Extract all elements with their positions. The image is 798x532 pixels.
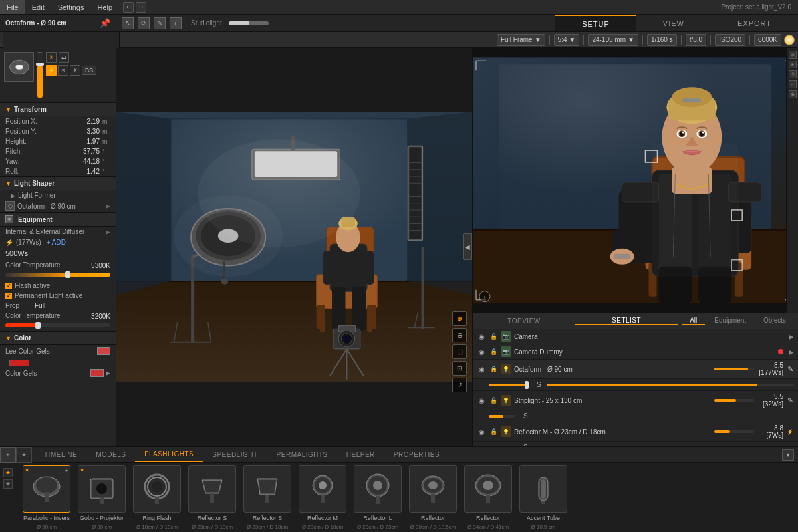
strip-collapse-btn[interactable]: ▼ bbox=[782, 449, 794, 461]
gel-expand-icon[interactable]: ▶ bbox=[106, 370, 110, 376]
camera-dummy-lock[interactable]: 🔒 bbox=[489, 347, 498, 356]
vp-fit[interactable]: ⊡ bbox=[452, 361, 467, 376]
camera-dummy-expand[interactable]: ▶ bbox=[789, 348, 794, 356]
thumb-ringflash[interactable]: Ring Flash Ø 18cm / D 13cm bbox=[130, 465, 184, 530]
vp-compass[interactable]: ⊕ bbox=[452, 311, 467, 326]
prop-color-temp-slider[interactable] bbox=[5, 323, 110, 327]
thumb-parabolic-add[interactable]: + bbox=[65, 467, 68, 474]
thumb-reflector-s2[interactable]: Reflector S Ø 23cm / D 18cm bbox=[241, 465, 294, 530]
add-button[interactable]: + ADD bbox=[47, 239, 66, 246]
strip-icon-5[interactable]: ◉ bbox=[789, 90, 797, 98]
octaform-item[interactable]: ⬡ Octaform - Ø 90 cm ▶ bbox=[0, 200, 116, 212]
mode-icon[interactable]: ✗ bbox=[70, 65, 80, 76]
octaform-edit-icon[interactable]: ✎ bbox=[786, 365, 794, 373]
thumb-gobo[interactable]: ★ Gobo - Projektor Ø 30 cm bbox=[75, 465, 128, 530]
flash-active-check[interactable]: ✓ bbox=[5, 283, 12, 289]
flash-icon[interactable]: ⚡ bbox=[46, 65, 57, 76]
thumb-reflector-s1[interactable]: Reflector S Ø 23cm / D 13cm bbox=[186, 465, 239, 530]
tab-models[interactable]: MODELS bbox=[86, 447, 135, 462]
tool-select[interactable]: ↖ bbox=[122, 17, 134, 29]
reflector-ws-icon[interactable]: ⚡ bbox=[786, 428, 794, 436]
menu-file[interactable]: File bbox=[0, 0, 25, 14]
add-light-button[interactable]: + bbox=[0, 447, 16, 463]
vp-rotate[interactable]: ↺ bbox=[452, 378, 467, 392]
tool-pen[interactable]: ✎ bbox=[154, 17, 166, 29]
intensity-vslider[interactable] bbox=[37, 52, 43, 98]
menu-help[interactable]: Help bbox=[90, 0, 119, 14]
tab-objects[interactable]: Objects bbox=[755, 317, 794, 324]
tab-helper[interactable]: HELPER bbox=[337, 447, 384, 462]
color-section-header[interactable]: ▼ Color bbox=[0, 331, 116, 345]
redo-button[interactable]: ↪ bbox=[136, 2, 146, 13]
striplight1-visibility[interactable]: ◉ bbox=[477, 396, 486, 405]
tab-equipment[interactable]: Equipment bbox=[706, 317, 754, 324]
camera-expand[interactable]: ▶ bbox=[789, 333, 794, 340]
strip-icon-1[interactable]: ⊞ bbox=[789, 51, 797, 59]
strip-star-button[interactable]: ★ bbox=[3, 468, 13, 477]
tab-speedlight[interactable]: SPEEDLIGHT bbox=[203, 447, 267, 462]
octaform-lock[interactable]: 🔒 bbox=[489, 364, 498, 374]
lightshaper-section-header[interactable]: ▼ Light Shaper bbox=[0, 176, 116, 190]
light-former-item[interactable]: ▶ Light Former bbox=[0, 190, 116, 200]
strip-icon-4[interactable]: ↔ bbox=[789, 80, 797, 88]
svg-rect-17 bbox=[409, 147, 421, 239]
octaform-intensity-fill bbox=[714, 368, 748, 370]
tab-setup[interactable]: SETUP bbox=[555, 15, 636, 31]
reflector-visibility[interactable]: ◉ bbox=[477, 427, 486, 436]
cam-viewmode[interactable]: Full Frame ▼ bbox=[497, 34, 545, 46]
transform-section-header[interactable]: ▼ Transform bbox=[0, 102, 116, 116]
striplight1-lock[interactable]: 🔒 bbox=[489, 396, 498, 405]
viewport[interactable]: ⊕ ⊕ ⊟ ⊡ ↺ ◀ bbox=[116, 48, 472, 446]
tab-properties[interactable]: PROPERTIES bbox=[384, 447, 449, 462]
setlist-main-tab[interactable]: SETLIST bbox=[575, 317, 678, 325]
strip-icon-3[interactable]: ⟲ bbox=[789, 70, 797, 78]
menu-settings[interactable]: Settings bbox=[51, 0, 91, 14]
sun2-icon[interactable]: S bbox=[58, 65, 68, 76]
thumb-reflector-m[interactable]: Reflector M Ø 23cm / D 18cm bbox=[296, 465, 349, 530]
permanent-light-check[interactable]: ✓ bbox=[5, 293, 12, 299]
star-button[interactable]: ★ bbox=[16, 447, 32, 463]
tab-timeline[interactable]: TIMELINE bbox=[35, 447, 86, 462]
vp-zoom-out[interactable]: ⊟ bbox=[452, 344, 467, 359]
tab-all[interactable]: All bbox=[682, 317, 705, 325]
thumb-accent-tube[interactable]: Accent Tube Ø 10,5 cm bbox=[517, 465, 570, 530]
tool-transform[interactable]: ⟳ bbox=[138, 17, 150, 29]
cam-iso[interactable]: ISO200 bbox=[715, 34, 745, 46]
cam-shutter[interactable]: 1/160 s bbox=[647, 34, 677, 46]
diffuser-item[interactable]: Internal & External Diffuser ▶ bbox=[0, 227, 116, 237]
strip-icon-2[interactable]: ◈ bbox=[789, 61, 797, 68]
sun-icon[interactable]: ☀ bbox=[46, 52, 57, 63]
tab-view[interactable]: VIEW bbox=[636, 15, 711, 31]
pin-icon[interactable]: 📌 bbox=[100, 18, 110, 28]
cam-aspect[interactable]: 5:4 ▼ bbox=[554, 34, 580, 46]
strip-star2-button[interactable]: ★ bbox=[3, 479, 13, 489]
octaform-s-slider[interactable] bbox=[489, 384, 529, 386]
equipment-section-header[interactable]: ⊞ Equipment bbox=[0, 212, 116, 227]
cam-kelvin[interactable]: 6000K bbox=[754, 34, 781, 46]
tab-export[interactable]: EXPORT bbox=[711, 15, 798, 31]
undo-button[interactable]: ↩ bbox=[123, 2, 134, 13]
cam-focal[interactable]: 24-105 mm ▼ bbox=[588, 34, 638, 46]
tab-permalights[interactable]: PERMALIGHTS bbox=[267, 447, 337, 462]
tab-flashlights[interactable]: FLASHLIGHTS bbox=[135, 447, 203, 462]
thumb-reflector2[interactable]: Reflector Ø 34cm / D 41cm bbox=[462, 465, 515, 530]
camera-visibility[interactable]: ◉ bbox=[477, 332, 486, 341]
studiolight-slider[interactable] bbox=[229, 21, 269, 25]
collapse-viewport-button[interactable]: ◀ bbox=[463, 233, 472, 260]
striplight1-edit[interactable]: ✎ bbox=[786, 396, 794, 404]
color-temp-slider[interactable] bbox=[5, 273, 110, 277]
camera-dummy-visibility[interactable]: ◉ bbox=[477, 347, 486, 356]
cam-aperture[interactable]: f/8.0 bbox=[686, 34, 706, 46]
topview-tab[interactable]: TOPVIEW bbox=[473, 317, 575, 325]
octaform-visibility[interactable]: ◉ bbox=[477, 364, 486, 374]
reflector-lock[interactable]: 🔒 bbox=[489, 427, 498, 436]
camera-lock[interactable]: 🔒 bbox=[489, 332, 498, 341]
thumb-reflector-l[interactable]: Reflector L Ø 23cm / D 23cm bbox=[351, 465, 404, 530]
thumb-parabolic[interactable]: ★ + Parabolic - Invers Ø 90 cm bbox=[20, 465, 73, 530]
thumb-reflector[interactable]: Reflector Ø 30cm / D 18,5cm bbox=[406, 465, 460, 530]
tool-line[interactable]: / bbox=[170, 17, 182, 29]
arrows-icon[interactable]: ⇄ bbox=[59, 52, 69, 63]
vp-zoom-in[interactable]: ⊕ bbox=[452, 328, 467, 342]
bs-button[interactable]: BS bbox=[82, 66, 96, 75]
menu-edit[interactable]: Edit bbox=[25, 0, 51, 14]
